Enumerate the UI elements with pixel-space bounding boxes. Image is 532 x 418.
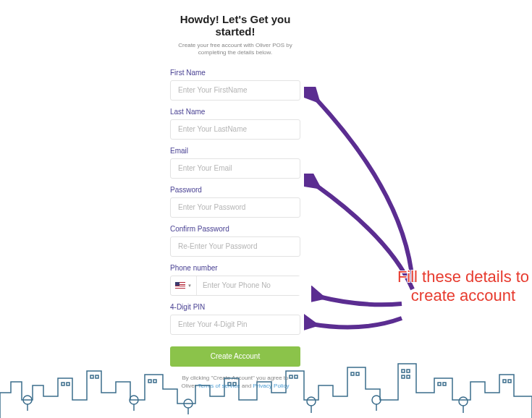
svg-point-30 xyxy=(459,397,468,406)
annotation-arrow-1 xyxy=(304,87,427,289)
page-title: Howdy! Let's Get you started! xyxy=(170,13,300,38)
svg-rect-12 xyxy=(402,370,405,372)
first-name-group: First Name xyxy=(170,69,300,101)
create-account-button[interactable]: Create Account xyxy=(170,346,300,367)
svg-rect-2 xyxy=(90,375,93,378)
phone-label: Phone number xyxy=(170,264,300,272)
svg-rect-16 xyxy=(438,383,441,385)
svg-rect-10 xyxy=(351,372,354,375)
first-name-label: First Name xyxy=(170,69,300,77)
svg-rect-11 xyxy=(356,372,359,375)
svg-point-22 xyxy=(130,396,138,404)
us-flag-icon xyxy=(175,282,185,289)
svg-rect-0 xyxy=(62,383,64,385)
svg-point-28 xyxy=(372,396,381,404)
password-label: Password xyxy=(170,186,300,194)
pin-label: 4-Digit PIN xyxy=(170,303,300,311)
svg-rect-15 xyxy=(407,375,410,378)
tos-link[interactable]: Terms of service xyxy=(198,383,240,389)
svg-rect-18 xyxy=(503,380,506,383)
svg-rect-5 xyxy=(153,380,156,383)
disclaimer-and: and xyxy=(240,383,253,389)
chevron-down-icon: ▼ xyxy=(187,283,192,288)
email-input[interactable] xyxy=(170,158,300,179)
email-group: Email xyxy=(170,147,300,179)
pin-group: 4-Digit PIN xyxy=(170,303,300,335)
disclaimer: By clicking "Create Account" you agree t… xyxy=(170,374,300,390)
svg-rect-3 xyxy=(96,375,98,378)
email-label: Email xyxy=(170,147,300,155)
svg-point-20 xyxy=(23,396,32,404)
annotation-text: Fill these details to create account xyxy=(394,268,532,306)
svg-rect-17 xyxy=(443,383,446,385)
last-name-input[interactable] xyxy=(170,119,300,140)
phone-group: Phone number ▼ xyxy=(170,264,300,296)
svg-point-24 xyxy=(184,399,193,408)
pin-input[interactable] xyxy=(170,315,300,335)
country-code-select[interactable]: ▼ xyxy=(171,276,197,295)
svg-point-26 xyxy=(307,397,316,406)
svg-rect-1 xyxy=(67,383,69,385)
last-name-label: Last Name xyxy=(170,108,300,116)
confirm-password-label: Confirm Password xyxy=(170,225,300,233)
svg-rect-19 xyxy=(508,380,511,383)
phone-input[interactable] xyxy=(197,276,300,295)
svg-rect-4 xyxy=(148,380,151,383)
annotation-arrow-3 xyxy=(311,286,405,315)
svg-rect-14 xyxy=(402,375,405,378)
confirm-password-input[interactable] xyxy=(170,236,300,257)
password-group: Password xyxy=(170,186,300,218)
privacy-link[interactable]: Privacy Policy xyxy=(253,383,290,389)
password-input[interactable] xyxy=(170,197,300,218)
last-name-group: Last Name xyxy=(170,108,300,140)
confirm-password-group: Confirm Password xyxy=(170,225,300,257)
svg-rect-13 xyxy=(407,370,410,372)
page-subtitle: Create your free account with Oliver POS… xyxy=(170,42,300,57)
signup-form: Howdy! Let's Get you started! Create you… xyxy=(170,13,300,390)
first-name-input[interactable] xyxy=(170,80,300,101)
phone-wrapper: ▼ xyxy=(170,276,300,296)
annotation-arrow-4 xyxy=(304,311,405,340)
